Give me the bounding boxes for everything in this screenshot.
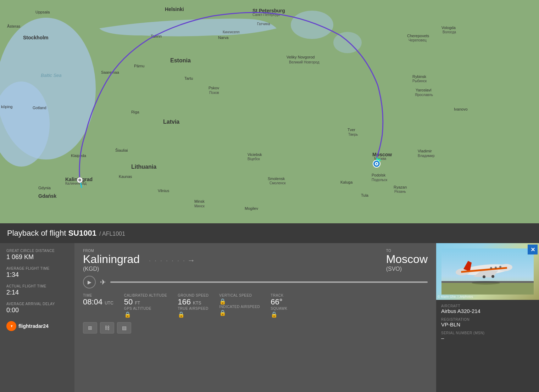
gps-alt-label: GPS ALTITUDE bbox=[124, 307, 167, 310]
squawk-lock-icon: 🔒 bbox=[271, 311, 287, 318]
ground-speed-label: GROUND SPEED bbox=[178, 293, 209, 297]
flight-data-row: TIME 08:04 UTC CALIBRATED ALTITUDE 50 FT… bbox=[83, 293, 428, 318]
stat-avg-flight-time: AVERAGE FLIGHT TIME 1:34 bbox=[6, 267, 68, 279]
left-stats-panel: GREAT CIRCLE DISTANCE 1 069 KM AVERAGE F… bbox=[0, 243, 74, 392]
route-from: FROM Kaliningrad (KGD) bbox=[83, 249, 140, 272]
main-content: GREAT CIRCLE DISTANCE 1 069 KM AVERAGE F… bbox=[0, 243, 539, 392]
stat-actual-flight-time: ACTUAL FLIGHT TIME 2:14 bbox=[6, 284, 68, 296]
fr24-logo-icon bbox=[6, 321, 16, 331]
stat-avg-flight-label: AVERAGE FLIGHT TIME bbox=[6, 267, 68, 270]
aircraft-type-value: Airbus A320-214 bbox=[441, 308, 534, 314]
stat-avg-flight-value: 1:34 bbox=[6, 271, 68, 279]
cell-track: TRACK 66° SQUAWK 🔒 bbox=[271, 293, 287, 318]
stat-actual-flight-label: ACTUAL FLIGHT TIME bbox=[6, 284, 68, 288]
vertical-speed-lock-icon: 🔒 bbox=[219, 298, 260, 305]
play-button[interactable]: ▶ bbox=[83, 276, 96, 289]
aircraft-illustration bbox=[441, 248, 534, 295]
squawk-label: SQUAWK bbox=[271, 307, 287, 310]
info-registration: REGISTRATION VP-BLN bbox=[441, 318, 534, 327]
photo-credit: © Marin Ghe. | Jetphotos bbox=[438, 295, 473, 298]
time-value: 08:04 UTC bbox=[83, 297, 113, 307]
route-to-code: (SVO) bbox=[386, 266, 428, 272]
flight-title-prefix: Playback of flight bbox=[7, 229, 68, 237]
cell-cal-altitude: CALIBRATED ALTITUDE 50 FT GPS ALTITUDE 🔒 bbox=[124, 293, 167, 318]
center-panel: FROM Kaliningrad (KGD) · · · · · · · → T… bbox=[74, 243, 436, 392]
alt-flight-id: / AFL1001 bbox=[99, 231, 125, 237]
aircraft-photo-inner bbox=[436, 243, 539, 300]
indicated-airspeed-label: INDICATED AIRSPEED bbox=[219, 305, 260, 309]
close-photo-button[interactable]: ✕ bbox=[528, 245, 538, 254]
stat-great-circle: GREAT CIRCLE DISTANCE 1 069 KM bbox=[6, 249, 68, 261]
ground-speed-value: 166 KTS bbox=[178, 297, 209, 307]
map-background bbox=[0, 0, 539, 223]
serial-label: SERIAL NUMBER (MSN) bbox=[441, 331, 534, 335]
cal-alt-value: 50 FT bbox=[124, 297, 167, 307]
stat-great-circle-value: 1 069 KM bbox=[6, 253, 68, 261]
registration-label: REGISTRATION bbox=[441, 318, 534, 321]
flight-number: SU1001 bbox=[68, 229, 96, 237]
link-tool-button[interactable]: ⛓ bbox=[100, 322, 114, 334]
info-aircraft-type: AIRCRAFT Airbus A320-214 bbox=[441, 304, 534, 314]
cell-vertical-speed: VERTICAL SPEED 🔒 INDICATED AIRSPEED 🔒 bbox=[219, 293, 260, 318]
track-label: TRACK bbox=[271, 293, 287, 297]
stat-arrival-delay: AVERAGE ARRIVAL DELAY 0:00 bbox=[6, 302, 68, 314]
tools-row: ⊞ ⛓ ▤ bbox=[83, 322, 428, 334]
route-from-label: FROM bbox=[83, 249, 140, 253]
playback-row: ▶ ✈ bbox=[83, 276, 428, 289]
cal-alt-label: CALIBRATED ALTITUDE bbox=[124, 293, 167, 297]
cell-ground-speed: GROUND SPEED 166 KTS TRUE AIRSPEED 🔒 bbox=[178, 293, 209, 318]
stat-great-circle-label: GREAT CIRCLE DISTANCE bbox=[6, 249, 68, 253]
svg-point-25 bbox=[491, 275, 494, 278]
route-arrow: · · · · · · · → bbox=[145, 256, 380, 265]
right-panel: ✕ © Marin Ghe. | Jetphotos AIRCRAFT Airb… bbox=[436, 243, 539, 392]
map-area: Uppsala Åsteras Stockholm köping Gotland… bbox=[0, 0, 539, 223]
route-from-city: Kaliningrad bbox=[83, 253, 140, 266]
true-airspeed-label: TRUE AIRSPEED bbox=[178, 307, 209, 310]
grid-tool-button[interactable]: ⊞ bbox=[83, 322, 97, 334]
gps-alt-lock-icon: 🔒 bbox=[124, 311, 167, 318]
stat-actual-flight-value: 2:14 bbox=[6, 289, 68, 296]
chart-tool-button[interactable]: ▤ bbox=[117, 322, 131, 334]
time-label: TIME bbox=[83, 293, 113, 297]
progress-fill bbox=[110, 281, 428, 283]
registration-value: VP-BLN bbox=[441, 321, 534, 327]
aircraft-info-panel: AIRCRAFT Airbus A320-214 REGISTRATION VP… bbox=[436, 300, 539, 392]
vertical-speed-label: VERTICAL SPEED bbox=[219, 293, 260, 297]
svg-point-24 bbox=[483, 275, 485, 278]
indicated-airspeed-lock-icon: 🔒 bbox=[219, 309, 260, 316]
info-serial: SERIAL NUMBER (MSN) – bbox=[441, 331, 534, 341]
svg-point-20 bbox=[490, 267, 492, 269]
route-from-code: (KGD) bbox=[83, 266, 140, 272]
cell-time: TIME 08:04 UTC bbox=[83, 293, 113, 318]
route-row: FROM Kaliningrad (KGD) · · · · · · · → T… bbox=[83, 249, 428, 272]
svg-point-22 bbox=[499, 266, 501, 268]
fr24-logo: flightradar24 bbox=[6, 321, 68, 331]
route-arrow-head: → bbox=[187, 256, 195, 265]
stat-arrival-delay-value: 0:00 bbox=[6, 307, 68, 314]
flight-title: Playback of flight SU1001/ AFL1001 bbox=[7, 229, 125, 238]
serial-value: – bbox=[441, 335, 534, 341]
route-arrow-line: · · · · · · · → bbox=[149, 256, 377, 265]
route-to-label: TO bbox=[386, 249, 428, 253]
svg-point-21 bbox=[495, 267, 497, 269]
bottom-panel: Playback of flight SU1001/ AFL1001 GREAT… bbox=[0, 223, 539, 392]
route-to: TO Moscow (SVO) bbox=[386, 249, 428, 272]
route-to-city: Moscow bbox=[386, 253, 428, 266]
flight-header: Playback of flight SU1001/ AFL1001 bbox=[0, 223, 539, 243]
aircraft-type-label: AIRCRAFT bbox=[441, 304, 534, 308]
plane-icon-playback: ✈ bbox=[100, 278, 106, 286]
svg-point-23 bbox=[472, 281, 500, 285]
track-value: 66° bbox=[271, 297, 287, 307]
fr24-logo-text: flightradar24 bbox=[18, 323, 49, 329]
true-airspeed-lock-icon: 🔒 bbox=[178, 311, 209, 318]
stat-arrival-delay-label: AVERAGE ARRIVAL DELAY bbox=[6, 302, 68, 306]
aircraft-photo: ✕ © Marin Ghe. | Jetphotos bbox=[436, 243, 539, 300]
route-dots: · · · · · · · bbox=[149, 257, 186, 264]
progress-bar[interactable] bbox=[110, 281, 428, 283]
